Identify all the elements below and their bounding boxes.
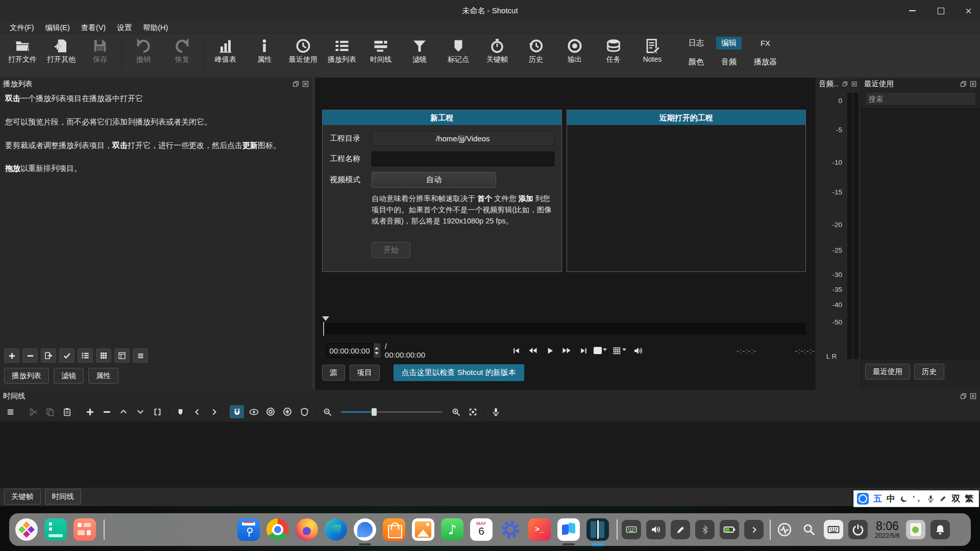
ripple-button[interactable] xyxy=(263,405,278,418)
notes-button[interactable]: Notes xyxy=(633,37,672,64)
shutdown-icon[interactable] xyxy=(848,520,868,539)
tab-timeline[interactable]: 时间线 xyxy=(45,489,82,505)
control-center-icon[interactable] xyxy=(499,518,522,541)
tab-playlist[interactable]: 播放列表 xyxy=(4,368,49,384)
float-panel-icon[interactable] xyxy=(292,80,300,88)
office-icon[interactable] xyxy=(557,518,580,541)
close-button[interactable] xyxy=(961,4,976,17)
keyframes-button[interactable]: 关键帧 xyxy=(478,37,517,65)
layout-fx[interactable]: FX xyxy=(755,37,775,49)
tab-recent[interactable]: 最近使用 xyxy=(865,364,910,380)
uos-browser-icon[interactable] xyxy=(354,518,376,541)
fast-forward-button[interactable] xyxy=(560,344,573,357)
maximize-button[interactable] xyxy=(933,4,948,17)
save-button[interactable]: 保存 xyxy=(81,37,119,65)
mic-icon[interactable] xyxy=(927,495,935,503)
minimize-button[interactable] xyxy=(904,4,920,17)
zoom-fit-button[interactable] xyxy=(465,405,480,418)
menu-help[interactable]: 帮助(H) xyxy=(137,21,174,34)
ripple-markers-button[interactable] xyxy=(297,405,311,418)
record-audio-button[interactable] xyxy=(488,405,503,418)
menu-settings[interactable]: 设置 xyxy=(111,21,137,34)
undo-button[interactable]: 撤销 xyxy=(124,37,163,65)
properties-button[interactable]: 属性 xyxy=(245,37,284,65)
clock[interactable]: 8:06 2022/5/6 xyxy=(875,520,900,539)
lift-button[interactable] xyxy=(116,405,131,418)
timeline-button[interactable]: 时间线 xyxy=(361,37,400,65)
timecode-spinner[interactable] xyxy=(373,343,381,358)
playlist-menu-button[interactable] xyxy=(133,348,148,363)
ime-punct[interactable]: ’， xyxy=(913,494,922,504)
launcher-icon[interactable] xyxy=(15,518,38,541)
jobs-button[interactable]: 任务 xyxy=(594,37,633,65)
spin-up-icon[interactable] xyxy=(375,345,379,349)
zoom-in-button[interactable] xyxy=(449,405,463,418)
ime-shuangpin[interactable]: 双 xyxy=(951,493,960,505)
firefox-icon[interactable] xyxy=(296,518,318,541)
terminal-icon[interactable]: >_ xyxy=(528,518,551,541)
shotcut-icon[interactable] xyxy=(586,518,609,541)
layout-color[interactable]: 颜色 xyxy=(683,56,709,68)
timeline-zoom-slider[interactable] xyxy=(341,407,442,416)
video-mode-select[interactable]: 自动 xyxy=(372,172,496,188)
view-list-button[interactable] xyxy=(78,348,93,363)
tab-keyframes[interactable]: 关键帧 xyxy=(4,489,41,505)
tab-history[interactable]: 历史 xyxy=(914,364,944,380)
app-store-icon[interactable] xyxy=(383,518,405,541)
battery-tray-icon[interactable] xyxy=(720,520,739,539)
playlist-remove-button[interactable] xyxy=(22,348,38,363)
chrome-icon[interactable] xyxy=(266,518,289,541)
playlist-button[interactable]: 播放列表 xyxy=(323,37,361,65)
edge-icon[interactable] xyxy=(325,518,347,541)
snap-button[interactable] xyxy=(230,405,244,418)
tab-source[interactable]: 源 xyxy=(322,365,345,381)
bluetooth-tray-icon[interactable] xyxy=(695,520,715,539)
open-other-button[interactable]: 打开其他 xyxy=(42,37,81,65)
tab-properties[interactable]: 属性 xyxy=(88,368,118,384)
history-button[interactable]: 历史 xyxy=(517,37,555,65)
close-panel-icon[interactable] xyxy=(969,80,977,88)
view-detail-button[interactable] xyxy=(114,348,130,363)
skip-end-button[interactable] xyxy=(577,344,590,357)
file-manager-icon[interactable] xyxy=(237,518,260,541)
layout-logging[interactable]: 日志 xyxy=(683,37,709,49)
recent-projects-list[interactable] xyxy=(567,125,806,271)
rewind-button[interactable] xyxy=(526,344,540,357)
redo-button[interactable]: 恢复 xyxy=(163,37,202,65)
tab-project[interactable]: 项目 xyxy=(350,365,380,381)
layout-audio[interactable]: 音频 xyxy=(716,56,742,68)
notification-bell-icon[interactable] xyxy=(930,520,950,539)
peak-meter-button[interactable]: 峰值表 xyxy=(206,37,245,65)
close-panel-icon[interactable] xyxy=(850,80,857,88)
previous-marker-button[interactable] xyxy=(190,405,204,418)
layout-editing[interactable]: 编辑 xyxy=(716,37,742,49)
view-icons-button[interactable] xyxy=(96,348,111,363)
onboard-keyboard-tray-icon[interactable] xyxy=(622,520,641,539)
seek-bar[interactable] xyxy=(322,316,806,335)
float-panel-icon[interactable] xyxy=(841,80,848,88)
volume-button[interactable] xyxy=(631,344,645,357)
ime-logo-icon[interactable] xyxy=(857,493,869,505)
marker-button[interactable] xyxy=(173,405,187,418)
filters-button[interactable]: 滤镜 xyxy=(400,37,439,65)
menu-file[interactable]: 文件(F) xyxy=(4,21,40,34)
append-button[interactable] xyxy=(83,405,97,418)
timeline-tracks-area[interactable] xyxy=(0,421,980,488)
split-button[interactable] xyxy=(150,405,164,418)
tray-expand-icon[interactable] xyxy=(744,520,764,539)
virtual-keyboard-icon[interactable] xyxy=(824,520,843,539)
menu-edit[interactable]: 编辑(E) xyxy=(40,21,76,34)
overwrite-button[interactable] xyxy=(133,405,148,418)
moon-icon[interactable] xyxy=(900,495,908,503)
project-dir-value[interactable]: /home/jjj/Videos xyxy=(372,131,554,146)
markers-button[interactable]: 标记点 xyxy=(439,37,478,65)
trash-icon[interactable] xyxy=(906,520,925,539)
open-file-button[interactable]: 打开文件 xyxy=(3,37,42,65)
check-upgrade-button[interactable]: 点击这里以检查 Shotcut 的新版本 xyxy=(394,364,524,381)
scrub-while-dragging-button[interactable] xyxy=(247,405,261,418)
slider-handle[interactable] xyxy=(372,408,377,416)
playlist-open-button[interactable] xyxy=(41,348,56,363)
playlist-update-button[interactable] xyxy=(59,348,75,363)
ripple-all-tracks-button[interactable] xyxy=(280,405,295,418)
ime-wubi[interactable]: 五 xyxy=(873,493,882,505)
